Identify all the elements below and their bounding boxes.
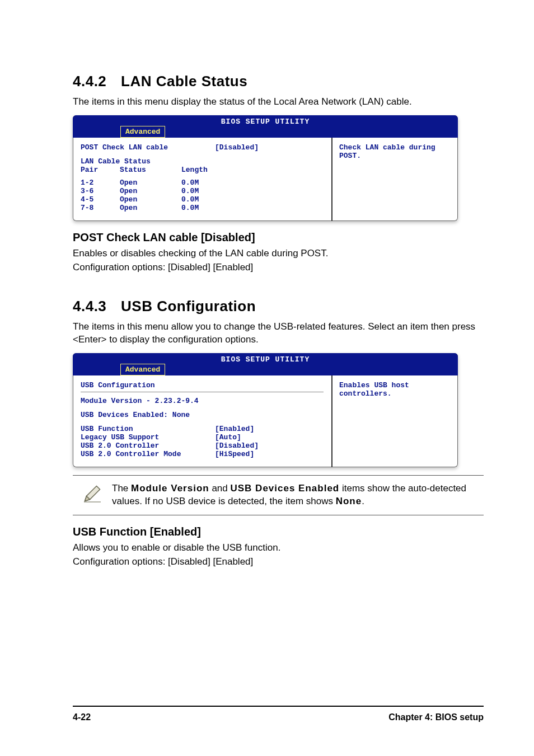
page: 4.4.2 LAN Cable Status The items in this… — [0, 0, 534, 756]
bios-option-row[interactable]: USB 2.0 Controller Mode [HiSpeed] — [81, 450, 324, 458]
note-block: The Module Version and USB Devices Enabl… — [73, 475, 484, 515]
bios-devices-enabled: USB Devices Enabled: None — [81, 411, 324, 419]
page-footer: 4-22 Chapter 4: BIOS setup — [73, 706, 484, 722]
table-row: 3-6 Open 0.0M — [81, 187, 324, 195]
table-row: 7-8 Open 0.0M — [81, 204, 324, 212]
bios-tab-row: Advanced — [73, 364, 458, 375]
table-row: 1-2 Open 0.0M — [81, 179, 324, 187]
bios-tab-row: Advanced — [73, 126, 458, 138]
option-options: Configuration options: [Disabled] [Enabl… — [73, 556, 484, 569]
bios-help-text: Check LAN cable during POST. — [339, 143, 435, 160]
bios-tab-advanced[interactable]: Advanced — [120, 126, 165, 138]
section-number: 4.4.3 — [73, 298, 106, 315]
bios-help-pane: Check LAN cable during POST. — [332, 138, 458, 221]
bios-option-label: POST Check LAN cable — [81, 143, 215, 152]
option-heading-post-check: POST Check LAN cable [Disabled] — [73, 231, 484, 244]
chapter-label: Chapter 4: BIOS setup — [388, 712, 484, 722]
bios-body: POST Check LAN cable [Disabled] LAN Cabl… — [73, 138, 458, 221]
bios-tab-advanced[interactable]: Advanced — [120, 364, 165, 375]
bios-title: BIOS SETUP UTILITY — [73, 118, 458, 126]
table-row: 4-5 Open 0.0M — [81, 195, 324, 204]
bios-titlebar: BIOS SETUP UTILITY Advanced — [73, 115, 458, 138]
bios-title: BIOS SETUP UTILITY — [73, 355, 458, 364]
section-heading-usb: 4.4.3 USB Configuration — [73, 298, 484, 315]
bios-table-title: LAN Cable Status — [81, 157, 324, 166]
bios-left-pane: USB Configuration Module Version - 2.23.… — [73, 375, 332, 467]
option-heading-usb-function: USB Function [Enabled] — [73, 525, 484, 538]
bios-option-row[interactable]: USB 2.0 Controller [Disabled] — [81, 442, 324, 450]
bios-option-row[interactable]: Legacy USB Support [Auto] — [81, 433, 324, 442]
bios-module-version: Module Version - 2.23.2-9.4 — [81, 397, 324, 405]
bios-help-text: Enables USB host controllers. — [339, 381, 409, 398]
divider — [81, 392, 324, 392]
bios-usb-heading: USB Configuration — [81, 381, 324, 389]
option-desc: Allows you to enable or disable the USB … — [73, 542, 484, 555]
th-pair: Pair — [81, 166, 120, 174]
bios-panel-lan: BIOS SETUP UTILITY Advanced POST Check L… — [73, 115, 458, 221]
option-options: Configuration options: [Disabled] [Enabl… — [73, 261, 484, 274]
pencil-icon — [73, 482, 112, 504]
bios-option-value: [Disabled] — [215, 143, 299, 152]
th-status: Status — [120, 166, 181, 174]
section-intro: The items in this menu allow you to chan… — [73, 321, 484, 346]
bios-table-header: Pair Status Length — [81, 166, 324, 174]
bios-body: USB Configuration Module Version - 2.23.… — [73, 375, 458, 467]
section-number: 4.4.2 — [73, 73, 106, 90]
bios-help-pane: Enables USB host controllers. — [332, 375, 458, 467]
th-length: Length — [181, 166, 237, 174]
section-intro: The items in this menu display the statu… — [73, 96, 484, 109]
option-desc: Enables or disables checking of the LAN … — [73, 247, 484, 260]
section-title: LAN Cable Status — [121, 73, 247, 90]
section-title: USB Configuration — [121, 298, 256, 314]
section-heading-lan: 4.4.2 LAN Cable Status — [73, 73, 484, 90]
bios-option-row[interactable]: USB Function [Enabled] — [81, 425, 324, 433]
bios-left-pane: POST Check LAN cable [Disabled] LAN Cabl… — [73, 138, 332, 221]
bios-option-row[interactable]: POST Check LAN cable [Disabled] — [81, 143, 324, 152]
note-text: The Module Version and USB Devices Enabl… — [112, 482, 480, 508]
bios-titlebar: BIOS SETUP UTILITY Advanced — [73, 353, 458, 375]
page-number: 4-22 — [73, 712, 91, 722]
bios-panel-usb: BIOS SETUP UTILITY Advanced USB Configur… — [73, 353, 458, 467]
